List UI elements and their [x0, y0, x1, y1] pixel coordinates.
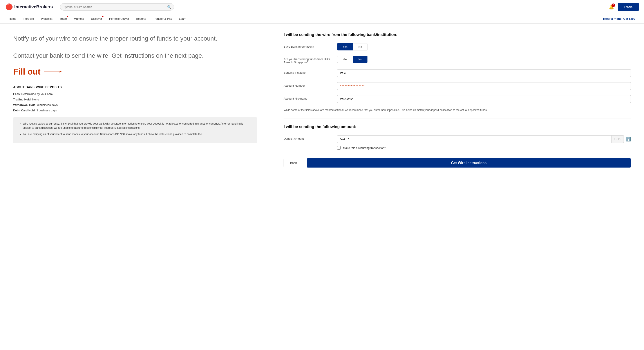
sending-institution-label: Sending Institution: [284, 69, 332, 74]
logo-text: InteractiveBrokers: [14, 4, 53, 9]
right-panel: I will be sending the wire from the foll…: [270, 24, 644, 350]
get-wire-button[interactable]: Get Wire Instructions: [307, 158, 631, 168]
trade-dot: [67, 16, 68, 17]
dbs-yes-btn[interactable]: Yes: [337, 56, 353, 63]
debit-card-hold-row: Debit Card Hold: 3 business days: [13, 109, 257, 112]
nav-watchlist[interactable]: Watchlist: [37, 14, 56, 24]
nav-refer[interactable]: Refer a friend! Get $200: [600, 14, 639, 24]
about-title: ABOUT BANK WIRE DEPOSITS: [13, 85, 257, 89]
save-bank-toggle: Yes No: [337, 43, 631, 50]
search-bar[interactable]: 🔍: [60, 3, 174, 10]
info-icon[interactable]: ℹ️: [626, 137, 631, 142]
bank-section-title: I will be sending the wire from the foll…: [284, 32, 631, 37]
deposit-amount-row: Deposit Amount USD ℹ️ Make this a recurr…: [284, 135, 631, 150]
main-content: Notify us of your wire to ensure the pro…: [0, 24, 644, 350]
hint-text: While some of the fields above are marke…: [284, 108, 631, 112]
sending-institution-input[interactable]: [337, 69, 631, 77]
header-right: 🔔 2 Trade: [609, 3, 639, 11]
deposit-amount-control: USD ℹ️ Make this a recurring transaction…: [337, 135, 631, 150]
recurring-label: Make this a recurring transaction?: [343, 146, 386, 150]
account-number-label: Account Number: [284, 82, 332, 87]
discover-dot: [102, 16, 104, 17]
amount-input-row: USD ℹ️: [337, 135, 631, 143]
header: 🔴 InteractiveBrokers 🔍 🔔 2 Trade: [0, 0, 644, 14]
dbs-toggle: Yes No: [337, 56, 631, 63]
account-nickname-label: Account Nickname: [284, 95, 332, 100]
search-icon: 🔍: [167, 5, 172, 9]
nav-reports[interactable]: Reports: [132, 14, 150, 24]
nav-discover[interactable]: Discover: [88, 14, 106, 24]
sending-institution-control: [337, 69, 631, 77]
save-bank-yes-btn[interactable]: Yes: [337, 43, 353, 50]
notification-badge: 2: [612, 3, 615, 7]
back-button[interactable]: Back: [284, 159, 303, 167]
withdrawal-hold-row: Withdrawal Hold: 3 business days: [13, 103, 257, 107]
deposit-amount-label: Deposit Amount: [284, 135, 332, 140]
left-panel: Notify us of your wire to ensure the pro…: [0, 24, 270, 350]
bottom-actions: Back Get Wire Instructions: [284, 158, 631, 168]
dbs-no-btn[interactable]: No: [353, 56, 368, 63]
save-bank-row: Save Bank Information? Yes No: [284, 43, 631, 50]
intro-text: Notify us of your wire to ensure the pro…: [13, 34, 257, 60]
deposit-amount-input[interactable]: [337, 135, 611, 143]
fill-out-container: Fill out: [13, 67, 257, 77]
nav-trade[interactable]: Trade: [56, 14, 70, 24]
fees-row: Fees: Determined by your bank: [13, 92, 257, 96]
nav-portfolio-analyst[interactable]: PortfolioAnalyst: [106, 14, 132, 24]
arrow-line: [44, 69, 62, 74]
arrow-icon: [44, 69, 62, 74]
logo[interactable]: 🔴 InteractiveBrokers: [5, 4, 53, 10]
account-nickname-row: Account Nickname: [284, 95, 631, 103]
account-nickname-input[interactable]: [337, 95, 631, 103]
amount-section-title: I will be sending the following amount:: [284, 125, 631, 129]
info-box: Wire routing varies by currency. It is c…: [13, 117, 257, 143]
info-list: Wire routing varies by currency. It is c…: [18, 122, 252, 137]
logo-icon: 🔴: [5, 4, 13, 10]
fill-out-text: Fill out: [13, 67, 41, 77]
info-item-1: Wire routing varies by currency. It is c…: [23, 122, 252, 130]
currency-label: USD: [612, 135, 624, 143]
svg-marker-1: [60, 71, 62, 73]
recurring-row: Make this a recurring transaction?: [337, 146, 631, 150]
nav-markets[interactable]: Markets: [70, 14, 88, 24]
nav-transfer-pay[interactable]: Transfer & Pay: [150, 14, 176, 24]
account-number-input[interactable]: [337, 82, 631, 90]
account-nickname-control: [337, 95, 631, 103]
nav-learn[interactable]: Learn: [176, 14, 190, 24]
navigation: Home Portfolio Watchlist Trade Markets D…: [0, 14, 644, 24]
info-item-2: You are notifying us of your intent to s…: [23, 132, 252, 136]
sending-institution-row: Sending Institution: [284, 69, 631, 77]
save-bank-no-btn[interactable]: No: [353, 43, 368, 50]
notification-button[interactable]: 🔔 2: [609, 4, 614, 10]
dbs-label: Are you transferring funds from DBS Bank…: [284, 56, 332, 64]
trading-hold-row: Trading Hold: None: [13, 98, 257, 101]
dbs-row: Are you transferring funds from DBS Bank…: [284, 56, 631, 64]
search-input[interactable]: [60, 3, 174, 10]
recurring-checkbox[interactable]: [337, 146, 341, 150]
divider: [284, 118, 631, 118]
trade-button[interactable]: Trade: [618, 3, 639, 11]
account-number-control: [337, 82, 631, 90]
about-section: ABOUT BANK WIRE DEPOSITS Fees: Determine…: [13, 85, 257, 112]
account-number-row: Account Number: [284, 82, 631, 90]
save-bank-label: Save Bank Information?: [284, 43, 332, 48]
nav-portfolio[interactable]: Portfolio: [20, 14, 38, 24]
nav-home[interactable]: Home: [5, 14, 20, 24]
